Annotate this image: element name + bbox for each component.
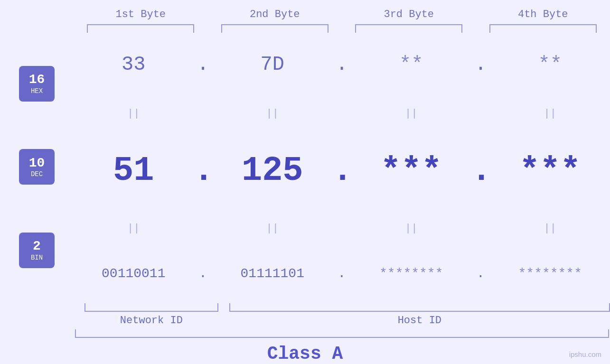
bin-b3: ********: [351, 266, 471, 281]
eq1-b3: ||: [351, 108, 471, 120]
dec-badge: 10 DEC: [19, 149, 55, 185]
watermark: ipshu.com: [569, 350, 601, 358]
bracket-top-line-2: [221, 24, 328, 33]
dec-badge-label: DEC: [31, 170, 43, 178]
eq2-b1: ||: [74, 223, 194, 234]
network-bracket: [84, 303, 219, 312]
equals-row-1: || || || ||: [74, 107, 610, 121]
hex-b2: 7D: [213, 53, 333, 76]
host-bracket: [229, 303, 610, 312]
hex-badge-num: 16: [29, 73, 45, 87]
dec-dot-3: .: [471, 151, 490, 190]
dec-dot-1: .: [194, 151, 213, 190]
bin-b4: ********: [490, 266, 610, 281]
bracket-top-2: [208, 24, 342, 33]
bin-dot-2: .: [332, 266, 351, 281]
bin-badge-label: BIN: [31, 254, 43, 261]
bracket-top-1: [74, 24, 208, 33]
bin-badge: 2 BIN: [19, 233, 55, 268]
data-rows: 33 . 7D . ** . ** || || || || 51: [74, 33, 610, 301]
bin-b2: 01111101: [213, 266, 333, 281]
bin-dot-3: .: [471, 266, 490, 281]
host-id-label: Host ID: [229, 315, 610, 327]
full-bottom-bracket: [75, 329, 609, 338]
badges-column: 16 HEX 10 DEC 2 BIN: [0, 33, 74, 301]
id-labels: Network ID Host ID: [74, 315, 610, 327]
main-grid: 16 HEX 10 DEC 2 BIN 33 . 7D . ** . **: [0, 33, 610, 301]
top-brackets: [0, 24, 610, 33]
bottom-brackets-row: [74, 303, 610, 312]
hex-dot-1: .: [194, 53, 213, 76]
byte-headers-row: 1st Byte 2nd Byte 3rd Byte 4th Byte: [0, 9, 610, 20]
dec-b2: 125: [213, 151, 333, 190]
eq1-b1: ||: [74, 108, 194, 120]
bin-badge-num: 2: [33, 239, 41, 254]
byte-header-1: 1st Byte: [74, 9, 208, 20]
full-bottom-line: [75, 329, 609, 338]
bracket-top-3: [342, 24, 476, 33]
dec-b1: 51: [74, 151, 194, 190]
byte-header-2: 2nd Byte: [208, 9, 342, 20]
dec-dot-2: .: [332, 151, 351, 190]
hex-b4: **: [490, 53, 610, 76]
class-label: Class A: [0, 344, 610, 364]
byte-header-4: 4th Byte: [476, 9, 610, 20]
main-container: 1st Byte 2nd Byte 3rd Byte 4th Byte 16 H…: [0, 0, 610, 364]
bin-dot-1: .: [194, 266, 213, 281]
hex-dot-2: .: [332, 53, 351, 76]
bin-b1: 00110011: [74, 266, 194, 281]
network-id-label: Network ID: [84, 315, 219, 327]
hex-b1: 33: [74, 53, 194, 76]
dec-badge-num: 10: [29, 156, 45, 171]
hex-b3: **: [351, 53, 471, 76]
bin-row: 00110011 . 01111101 . ******** . *******…: [74, 266, 610, 281]
eq2-b2: ||: [213, 223, 333, 234]
eq1-b4: ||: [490, 108, 610, 120]
eq2-b4: ||: [490, 223, 610, 234]
hex-dot-3: .: [471, 53, 490, 76]
hex-badge-label: HEX: [31, 87, 43, 95]
equals-row-2: || || || ||: [74, 222, 610, 235]
dec-b3: ***: [351, 151, 471, 190]
hex-row: 33 . 7D . ** . **: [74, 53, 610, 76]
eq1-b2: ||: [213, 108, 333, 120]
dec-b4: ***: [490, 151, 610, 190]
bracket-top-4: [476, 24, 610, 33]
hex-badge: 16 HEX: [19, 66, 55, 102]
bracket-top-line-4: [489, 24, 597, 33]
eq2-b3: ||: [351, 223, 471, 234]
byte-header-3: 3rd Byte: [342, 9, 476, 20]
bracket-top-line-3: [355, 24, 462, 33]
dec-row: 51 . 125 . *** . ***: [74, 151, 610, 190]
bracket-top-line-1: [87, 24, 194, 33]
